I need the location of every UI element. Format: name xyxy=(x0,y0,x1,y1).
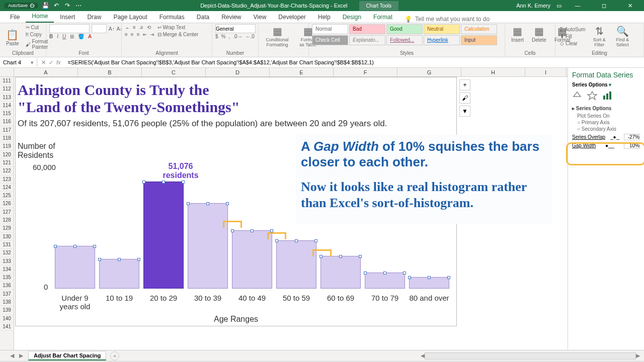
effects-icon[interactable] xyxy=(587,90,597,101)
row-header[interactable]: 139 xyxy=(0,306,14,314)
row-header[interactable]: 111 xyxy=(0,77,14,85)
row-header[interactable]: 138 xyxy=(0,298,14,306)
tab-file[interactable]: File xyxy=(4,12,26,23)
insert-cells-button[interactable]: ▦Insert xyxy=(508,24,527,44)
col-header[interactable]: H xyxy=(461,68,525,76)
tell-me-input[interactable] xyxy=(415,16,506,23)
col-header[interactable]: C xyxy=(142,68,206,76)
comma-icon[interactable]: , xyxy=(228,34,230,39)
sheet-nav-next[interactable]: ▶ xyxy=(19,352,23,359)
add-sheet-button[interactable]: + xyxy=(110,351,119,360)
row-header[interactable]: 114 xyxy=(0,102,14,110)
bar[interactable] xyxy=(320,256,361,289)
redo-icon[interactable]: ↷ xyxy=(63,2,71,10)
row-header[interactable]: 132 xyxy=(0,249,14,257)
row-header[interactable]: 121 xyxy=(0,159,14,167)
close-button[interactable]: ✕ xyxy=(620,3,640,9)
autosave-toggle[interactable]: AutoSave ⏻ xyxy=(4,3,38,9)
row-header[interactable]: 119 xyxy=(0,142,14,150)
autosum-button[interactable]: Σ AutoSum xyxy=(558,26,587,33)
cell-styles-gallery[interactable]: Normal Bad Good Neutral Calculation Chec… xyxy=(312,24,501,45)
align-right-icon[interactable]: ≡ xyxy=(137,32,140,37)
sort-filter-button[interactable]: ⇅Sort & Filter xyxy=(589,24,610,48)
align-left-icon[interactable]: ≡ xyxy=(125,32,128,37)
percent-icon[interactable]: % xyxy=(221,34,226,39)
row-header[interactable]: 120 xyxy=(0,151,14,159)
horizontal-scrollbar[interactable] xyxy=(425,352,636,359)
bar[interactable] xyxy=(276,240,316,289)
bar[interactable] xyxy=(143,182,184,289)
conditional-formatting-button[interactable]: ▦Conditional Formatting xyxy=(262,24,293,48)
tab-design[interactable]: Design xyxy=(337,12,367,23)
font-size-select[interactable] xyxy=(92,24,107,33)
italic-button[interactable]: I xyxy=(57,34,58,39)
tab-formulas[interactable]: Formulas xyxy=(153,12,191,23)
col-header[interactable]: A xyxy=(14,68,78,76)
ribbon-display-icon[interactable]: ▭ xyxy=(556,3,561,9)
align-bot-icon[interactable]: ⫡ xyxy=(139,25,144,30)
number-format-select[interactable] xyxy=(215,24,256,33)
row-header[interactable]: 115 xyxy=(0,110,14,118)
tab-home[interactable]: Home xyxy=(26,11,54,23)
row-header[interactable]: 137 xyxy=(0,290,14,298)
overlap-slider[interactable]: ⎯●⎯ xyxy=(610,134,619,140)
align-center-icon[interactable]: ≡ xyxy=(131,32,134,37)
tab-review[interactable]: Review xyxy=(215,12,247,23)
overlap-input[interactable] xyxy=(624,134,640,140)
bar[interactable] xyxy=(232,230,272,289)
bar[interactable] xyxy=(365,273,405,289)
col-header[interactable]: D xyxy=(206,68,270,76)
chart-filters-button[interactable]: ▼ xyxy=(459,106,470,117)
fill-color-button[interactable]: 🪣 xyxy=(78,34,84,39)
row-header[interactable]: 128 xyxy=(0,216,14,224)
row-header[interactable]: 141 xyxy=(0,323,14,331)
select-all-corner[interactable] xyxy=(0,68,14,76)
maximize-button[interactable]: ◻ xyxy=(594,3,614,9)
indent-dec-icon[interactable]: ⇤ xyxy=(143,32,147,37)
wrap-text-button[interactable]: ↩ Wrap Text xyxy=(156,24,200,31)
row-header[interactable]: 124 xyxy=(0,184,14,192)
row-header[interactable]: 133 xyxy=(0,257,14,265)
inc-decimal-icon[interactable]: .0→ xyxy=(233,34,242,39)
cut-button[interactable]: ✂ Cut xyxy=(24,24,50,31)
font-select[interactable] xyxy=(49,24,90,33)
row-header[interactable]: 116 xyxy=(0,118,14,126)
fill-button[interactable]: ⬇ Fill xyxy=(558,33,587,40)
fill-line-icon[interactable] xyxy=(572,90,582,101)
border-button[interactable]: ⊞ xyxy=(70,34,74,39)
chart-elements-button[interactable]: + xyxy=(459,79,470,90)
align-mid-icon[interactable]: ≡ xyxy=(133,25,136,30)
indent-inc-icon[interactable]: ⇥ xyxy=(150,32,154,37)
series-options-icon[interactable] xyxy=(602,90,612,101)
row-header[interactable]: 134 xyxy=(0,265,14,274)
tab-format[interactable]: Format xyxy=(367,12,398,23)
gap-width-slider[interactable]: ●⎯⎯ xyxy=(605,143,614,148)
row-header[interactable]: 130 xyxy=(0,233,14,241)
row-header[interactable]: 127 xyxy=(0,208,14,216)
minimize-button[interactable]: — xyxy=(568,3,588,9)
tab-view[interactable]: View xyxy=(248,12,273,23)
row-header[interactable]: 135 xyxy=(0,274,14,282)
bold-button[interactable]: B xyxy=(49,34,53,39)
font-color-button[interactable]: A xyxy=(88,34,92,39)
gap-width-input[interactable] xyxy=(624,142,640,149)
col-header[interactable]: E xyxy=(270,68,334,76)
clear-button[interactable]: ◇ Clear xyxy=(558,40,587,47)
col-header[interactable]: G xyxy=(397,68,461,76)
save-icon[interactable]: 💾 xyxy=(41,2,49,10)
row-header[interactable]: 140 xyxy=(0,315,14,323)
cancel-formula-icon[interactable]: ✕ xyxy=(41,59,46,66)
secondary-axis-radio[interactable]: ○ Secondary Axis xyxy=(577,126,640,132)
find-select-button[interactable]: 🔍Find & Select xyxy=(612,24,633,48)
tab-draw[interactable]: Draw xyxy=(81,12,107,23)
tab-developer[interactable]: Developer xyxy=(272,12,312,23)
bar[interactable] xyxy=(99,259,139,289)
delete-cells-button[interactable]: ▦Delete xyxy=(529,24,549,44)
col-header[interactable]: F xyxy=(334,68,397,76)
row-header[interactable]: 112 xyxy=(0,85,14,93)
align-top-icon[interactable]: ⫠ xyxy=(125,25,130,30)
increase-font-icon[interactable]: A↑ xyxy=(109,26,115,32)
row-header[interactable]: 117 xyxy=(0,126,14,134)
chart-styles-button[interactable]: 🖌 xyxy=(459,93,470,104)
row-header[interactable]: 122 xyxy=(0,167,14,175)
